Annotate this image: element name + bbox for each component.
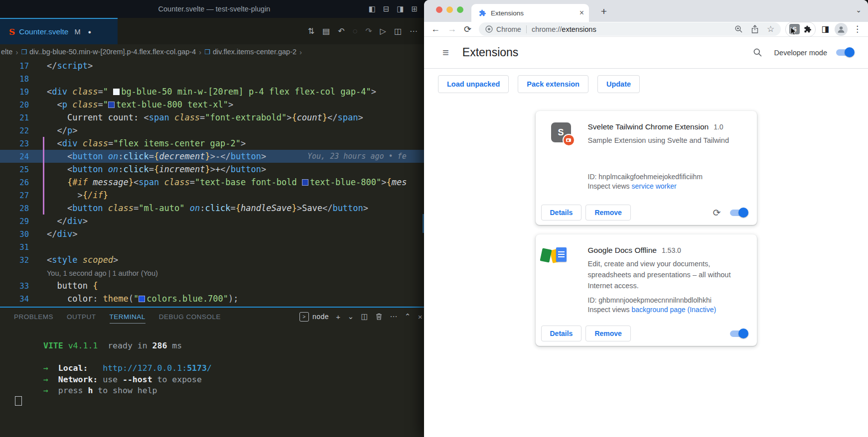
details-button[interactable]: Details — [541, 326, 582, 341]
back-icon[interactable]: ← — [431, 24, 440, 34]
pack-extension-button[interactable]: Pack extension — [518, 75, 588, 93]
color-swatch[interactable] — [113, 89, 120, 95]
extension-enabled-toggle[interactable] — [730, 330, 747, 337]
code-line[interactable]: 28 <button class="ml-auto" on:click={han… — [0, 202, 429, 215]
hamburger-menu-icon[interactable]: ≡ — [442, 46, 449, 59]
reload-extension-icon[interactable]: ⟳ — [713, 207, 721, 218]
zoom-window-button[interactable] — [457, 6, 463, 13]
browser-tab-extensions[interactable]: Extensions × — [471, 4, 589, 22]
code-line[interactable]: 27 >{/if} — [0, 189, 429, 202]
color-swatch[interactable] — [302, 179, 308, 186]
extension-enabled-toggle[interactable] — [730, 210, 747, 216]
load-unpacked-button[interactable]: Load unpacked — [438, 75, 509, 93]
breadcrumb[interactable]: elte›❒div..bg-blue-50.min-w-[20rem].p-4.… — [0, 44, 429, 59]
search-icon[interactable] — [753, 48, 762, 57]
side-panel-icon[interactable]: ◨ — [821, 24, 829, 34]
terminal-dropdown-icon[interactable]: ⌄ — [347, 312, 354, 321]
code-line[interactable]: 26 {#if message}<span class="text-base f… — [0, 176, 429, 189]
vscode-window: Counter.svelte — test-svelte-plugin ◧ ⊟ … — [0, 0, 429, 437]
extension-access-pill[interactable]: S — [785, 22, 816, 37]
reload-icon[interactable]: ⟳ — [464, 24, 471, 35]
code-line[interactable]: 33 button { — [0, 279, 429, 292]
code-line[interactable]: 22 </p> — [0, 124, 429, 137]
developer-mode-toggle[interactable] — [836, 49, 853, 56]
layout-panel-icon[interactable]: ⊟ — [383, 4, 390, 13]
zoom-icon[interactable] — [734, 25, 743, 33]
tab-search-chevron-icon[interactable]: ⌄ — [856, 6, 862, 14]
code-line[interactable]: 17</script> — [0, 59, 429, 72]
code-line[interactable]: 20 <p class="text-blue-800 text-xl"> — [0, 98, 429, 111]
open-preview-icon[interactable]: ▤ — [322, 26, 330, 36]
puzzle-favicon-icon — [478, 9, 486, 17]
panel-tab-output[interactable]: OUTPUT — [67, 313, 96, 321]
code-line[interactable]: 31 — [0, 240, 429, 253]
run-icon[interactable]: ▷ — [380, 26, 386, 36]
split-terminal-icon[interactable]: ◫ — [361, 312, 368, 321]
terminal-output[interactable]: VITE v4.1.1 ready in 286 ms→ Local: http… — [0, 340, 429, 397]
code-line[interactable]: 32<style scoped> — [0, 253, 429, 266]
code-line[interactable]: 30</div> — [0, 227, 429, 240]
layout-sidebar-icon[interactable]: ◧ — [368, 4, 375, 13]
code-line[interactable]: 18 — [0, 72, 429, 85]
browser-menu-icon[interactable]: ⋮ — [853, 24, 862, 34]
code-line[interactable]: 19<div class=" bg-blue-50 min-w-[20rem] … — [0, 85, 429, 98]
color-swatch[interactable] — [139, 296, 145, 302]
code-line[interactable]: 24 <button on:click={decrement}>-</butto… — [0, 150, 429, 163]
editor-tab-counter-svelte[interactable]: S Counter.svelte M ● — [0, 18, 118, 44]
code-line[interactable]: 23 <div class="flex items-center gap-2"> — [0, 137, 429, 150]
developer-mode-label: Developer mode — [774, 49, 827, 57]
editor-actions: ⇅ ▤ ↶ ◌ ↷ ▷ ◫ ⋯ — [308, 18, 418, 44]
traffic-lights — [436, 6, 463, 13]
customize-layout-icon[interactable]: ⊞ — [411, 4, 418, 13]
bookmark-star-icon[interactable]: ☆ — [767, 24, 774, 34]
unsaved-dot-icon: ● — [88, 29, 91, 35]
code-line[interactable]: 29 </div> — [0, 215, 429, 227]
code-line[interactable]: 25 <button on:click={increment}>+</butto… — [0, 163, 429, 176]
breadcrumb-item[interactable]: div..bg-blue-50.min-w-[20rem].p-4.flex.f… — [29, 48, 196, 56]
panel-tab-terminal[interactable]: TERMINAL — [110, 313, 145, 324]
details-button[interactable]: Details — [541, 205, 582, 220]
extension-card-google-docs-offline: Google Docs Offline 1.53.0 Edit, create … — [536, 234, 757, 346]
terminal-icon[interactable]: > — [299, 312, 309, 322]
tab-close-icon[interactable]: × — [579, 8, 584, 17]
color-swatch[interactable] — [108, 102, 115, 108]
new-terminal-icon[interactable]: + — [336, 313, 340, 321]
service-worker-link[interactable]: service worker — [631, 182, 676, 190]
kill-terminal-icon[interactable] — [375, 313, 383, 321]
terminal-shell-label[interactable]: node — [312, 313, 329, 321]
sync-icon[interactable]: ◌ — [353, 27, 358, 36]
close-panel-icon[interactable]: × — [418, 313, 423, 321]
extensions-puzzle-icon[interactable] — [803, 25, 812, 33]
extension-id: ID: hnplmcaikgfoehmeiejokedfificiihm — [588, 173, 747, 181]
bottom-panel: PROBLEMSOUTPUTTERMINALDEBUG CONSOLE > no… — [0, 307, 429, 437]
remove-button[interactable]: Remove — [585, 205, 630, 220]
minimize-window-button[interactable] — [446, 6, 453, 13]
split-editor-icon[interactable]: ◫ — [394, 26, 402, 36]
remove-button[interactable]: Remove — [585, 326, 630, 341]
navigate-back-icon[interactable]: ↶ — [338, 26, 344, 36]
new-tab-button[interactable]: + — [596, 4, 611, 19]
code-line[interactable]: You, 1 second ago | 1 author (You) — [0, 266, 429, 279]
more-actions-icon[interactable]: ⋯ — [410, 26, 418, 36]
navigate-forward-icon[interactable]: ↷ — [365, 26, 372, 36]
share-icon[interactable] — [751, 25, 759, 33]
address-bar[interactable]: Chrome chrome://extensions ☆ — [479, 22, 781, 36]
background-page-link[interactable]: background page (Inactive) — [631, 306, 716, 314]
code-line[interactable]: 34 color: theme("colors.blue.700"); — [0, 292, 429, 305]
compare-changes-icon[interactable]: ⇅ — [308, 26, 314, 36]
code-editor[interactable]: 17</script>1819<div class=" bg-blue-50 m… — [0, 59, 429, 307]
panel-tab-debug-console[interactable]: DEBUG CONSOLE — [159, 313, 221, 321]
code-line[interactable]: 21 Current count: <span class="font-extr… — [0, 111, 429, 124]
mouse-cursor — [790, 27, 797, 35]
forward-icon[interactable]: → — [447, 24, 456, 34]
maximize-panel-icon[interactable]: ⌃ — [405, 312, 411, 321]
close-window-button[interactable] — [436, 6, 442, 13]
panel-tab-problems[interactable]: PROBLEMS — [14, 313, 53, 321]
update-button[interactable]: Update — [597, 75, 640, 93]
symbol-cube-icon: ❒ — [21, 48, 27, 56]
breadcrumb-item[interactable]: div.flex.items-center.gap-2 — [213, 48, 296, 56]
layout-sidebar-right-icon[interactable]: ◨ — [397, 4, 404, 13]
panel-more-icon[interactable]: ⋯ — [390, 312, 398, 321]
profile-avatar[interactable] — [835, 23, 848, 36]
breadcrumb-item[interactable]: elte — [1, 48, 12, 56]
